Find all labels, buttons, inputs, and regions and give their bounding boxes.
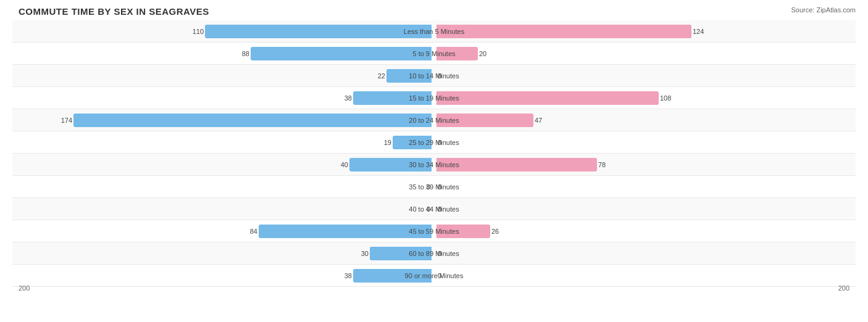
- female-bar: [436, 91, 659, 105]
- right-section: 0: [434, 265, 856, 286]
- female-value: 78: [598, 161, 606, 168]
- male-value: 88: [242, 50, 249, 57]
- left-section: 38: [12, 265, 434, 286]
- female-value: 124: [693, 28, 704, 35]
- right-section: 124: [434, 20, 856, 42]
- table-row: 17420 to 24 Minutes47: [12, 109, 856, 131]
- female-value: 108: [660, 94, 671, 102]
- male-bar: [73, 114, 432, 127]
- table-row: 3815 to 19 Minutes108: [12, 87, 856, 109]
- table-row: 4030 to 34 Minutes78: [12, 154, 856, 176]
- right-section: 0: [434, 242, 856, 264]
- right-section: 47: [434, 109, 856, 131]
- male-bar: [259, 225, 432, 238]
- female-value: 0: [438, 183, 441, 191]
- table-row: 8445 to 59 Minutes26: [12, 220, 856, 242]
- male-value: 84: [250, 228, 257, 235]
- female-bar: [436, 114, 533, 127]
- chart-area: 110Less than 5 Minutes124885 to 9 Minute…: [12, 20, 856, 275]
- left-section: 84: [12, 220, 434, 242]
- male-value: 174: [61, 117, 72, 124]
- male-value: 30: [361, 250, 369, 257]
- right-section: 0: [434, 131, 856, 153]
- left-section: 174: [12, 109, 434, 131]
- left-section: 38: [12, 87, 434, 109]
- left-section: 30: [12, 242, 434, 264]
- male-bar: [353, 91, 432, 105]
- male-bar: [353, 269, 432, 283]
- chart-container: COMMUTE TIME BY SEX IN SEAGRAVES Source:…: [0, 0, 868, 322]
- table-row: 3060 to 89 Minutes0: [12, 242, 856, 265]
- axis-label-right: 200: [838, 284, 849, 292]
- left-section: 0: [12, 176, 434, 197]
- male-value: 22: [378, 72, 385, 80]
- male-value: 19: [384, 139, 391, 146]
- left-section: 19: [12, 131, 434, 153]
- table-row: 885 to 9 Minutes20: [12, 43, 856, 65]
- chart-title: COMMUTE TIME BY SEX IN SEAGRAVES: [12, 6, 856, 17]
- female-value: 0: [438, 250, 441, 257]
- left-section: 110: [12, 20, 434, 42]
- male-value: 0: [427, 183, 430, 191]
- table-row: 040 to 44 Minutes0: [12, 198, 856, 220]
- male-bar: [205, 25, 432, 38]
- left-section: 88: [12, 43, 434, 64]
- table-row: 035 to 39 Minutes0: [12, 176, 856, 198]
- female-bar: [436, 225, 490, 238]
- table-row: 3890 or more Minutes0: [12, 265, 856, 287]
- male-value: 0: [427, 205, 430, 213]
- female-bar: [436, 25, 691, 38]
- female-value: 0: [438, 139, 441, 146]
- female-value: 0: [438, 272, 441, 279]
- male-value: 40: [341, 161, 348, 168]
- table-row: 2210 to 14 Minutes0: [12, 65, 856, 87]
- female-value: 20: [479, 50, 486, 57]
- female-bar: [436, 47, 478, 60]
- right-section: 20: [434, 43, 856, 64]
- right-section: 78: [434, 154, 856, 175]
- left-section: 22: [12, 65, 434, 86]
- right-section: 0: [434, 65, 856, 86]
- female-value: 0: [438, 205, 441, 213]
- right-section: 108: [434, 87, 856, 109]
- right-section: 0: [434, 198, 856, 220]
- left-section: 40: [12, 154, 434, 175]
- source-label: Source: ZipAtlas.com: [791, 6, 856, 14]
- table-row: 110Less than 5 Minutes124: [12, 20, 856, 43]
- female-value: 26: [491, 228, 499, 235]
- male-bar: [393, 136, 432, 149]
- right-section: 26: [434, 220, 856, 242]
- table-row: 1925 to 29 Minutes0: [12, 131, 856, 154]
- male-bar: [370, 247, 432, 260]
- male-bar: [386, 69, 432, 83]
- male-bar: [251, 47, 432, 60]
- male-value: 38: [344, 94, 352, 102]
- female-value: 47: [535, 117, 542, 124]
- female-value: 0: [438, 72, 441, 80]
- axis-label-left: 200: [19, 284, 30, 292]
- left-section: 0: [12, 198, 434, 220]
- right-section: 0: [434, 176, 856, 197]
- female-bar: [436, 158, 597, 171]
- male-value: 110: [193, 28, 204, 35]
- male-value: 38: [344, 272, 352, 279]
- male-bar: [349, 158, 432, 171]
